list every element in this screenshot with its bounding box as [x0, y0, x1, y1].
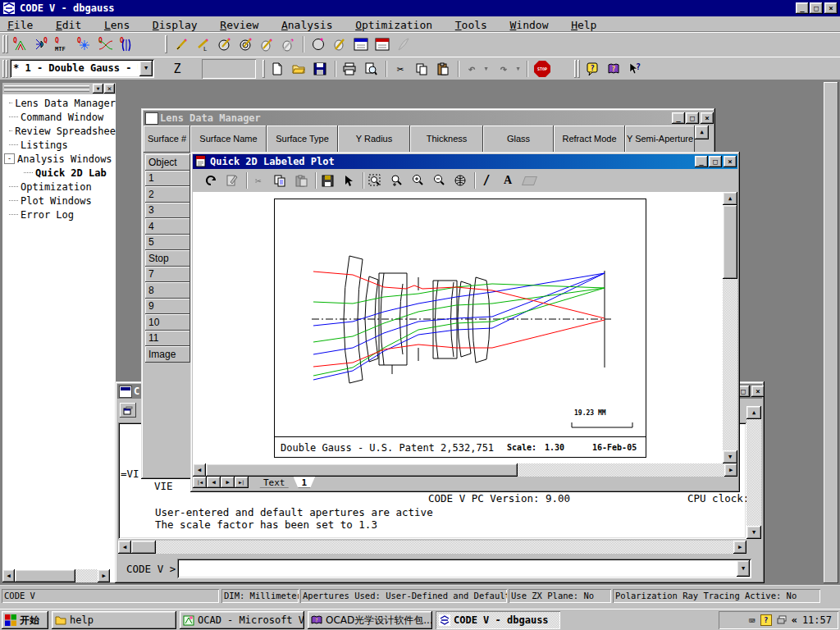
ldm-row-2[interactable]: 2 [145, 186, 190, 203]
undo-dropdown-icon[interactable]: ▼ [481, 59, 491, 79]
tree-item-error-log[interactable]: Error Log [2, 208, 116, 221]
menu-lens[interactable]: Lens [97, 18, 137, 32]
command-input-combobox[interactable]: ▼ [177, 559, 751, 578]
tree-item-lens-data-manager[interactable]: Lens Data Manager [2, 96, 116, 110]
zoom-window-icon[interactable] [387, 171, 405, 189]
plot-save-icon[interactable] [318, 171, 336, 189]
toolbar-gripper[interactable] [574, 60, 577, 78]
tray-collapse-icon[interactable]: « [792, 614, 797, 626]
tree-item-command-window[interactable]: Command Window [2, 110, 116, 124]
zoom-full-icon[interactable] [451, 171, 469, 189]
ldm-column-surface-number[interactable]: Surface # [144, 126, 190, 153]
ldm-column-surface-name[interactable]: Surface Name [190, 126, 267, 153]
toolbar-gripper[interactable] [262, 60, 265, 78]
next-page-button[interactable]: ▶ [221, 477, 235, 488]
taskbar-task-ocad-package[interactable]: ? OCAD光学设计软件包... [308, 611, 432, 629]
plot-properties-icon[interactable] [223, 171, 241, 189]
print-preview-icon[interactable] [361, 59, 381, 79]
scroll-right-button[interactable]: ▶ [733, 541, 746, 554]
toolbar-gripper[interactable] [6, 60, 8, 78]
lens-element-icon[interactable] [308, 34, 329, 55]
ldm-column-y-semi-aperture[interactable]: Y Semi-Aperture [625, 126, 695, 153]
zoom-region-icon[interactable] [366, 171, 384, 189]
menu-review[interactable]: Review [212, 18, 266, 32]
tree-item-plot-windows[interactable]: Plot Windows [2, 194, 116, 208]
lens-module-wand-icon-2[interactable] [235, 34, 257, 55]
line-tool-icon[interactable]: / [477, 171, 495, 189]
ldm-column-refract-mode[interactable]: Refract Mode [554, 126, 625, 153]
open-file-icon[interactable] [289, 59, 308, 79]
lens-selector-dropdown-button[interactable]: ▼ [139, 61, 153, 76]
tree-item-quick-2d-labeled[interactable]: Quick 2D Lab [2, 166, 116, 180]
menu-help[interactable]: Help [564, 18, 604, 32]
first-page-button[interactable]: |◀ [193, 477, 207, 488]
print-icon[interactable] [340, 59, 359, 79]
last-page-button[interactable]: ▶| [235, 477, 249, 488]
tray-help-icon[interactable]: ? [760, 614, 772, 626]
quick-mtf-icon[interactable]: QMTF [52, 34, 74, 55]
command-input-dropdown-button[interactable]: ▼ [737, 560, 750, 577]
scroll-thumb[interactable] [15, 569, 75, 582]
tray-display-icon[interactable] [777, 615, 787, 625]
taskbar-task-codev-active[interactable]: CODE V - dbgauss [436, 611, 560, 629]
ldm-row-7[interactable]: 7 [145, 267, 190, 283]
lens-module-wand-icon-1[interactable] [214, 34, 235, 55]
plot-cut-icon[interactable]: ✂ [249, 171, 267, 189]
tab-text[interactable]: Text [255, 477, 294, 488]
close-button[interactable]: × [824, 2, 838, 14]
command-horizontal-scrollbar[interactable]: ◀ ▶ [118, 541, 746, 554]
scroll-thumb[interactable] [131, 541, 156, 554]
ldm-scroll-up-button[interactable]: ▲ [695, 126, 709, 139]
window-sub-icon[interactable] [372, 34, 393, 55]
save-icon[interactable] [310, 59, 330, 79]
tree-panel-close-button[interactable]: × [104, 84, 115, 94]
tree-item-review-spreadsheet[interactable]: Review Spreadshee [2, 124, 116, 138]
quick-ray-aberration-icon[interactable]: Q [95, 34, 116, 55]
ldm-close-button[interactable]: × [701, 112, 714, 124]
zoom-position-button[interactable]: Z [167, 59, 187, 79]
surface-wand-icon-2[interactable] [278, 34, 299, 55]
keyboard-layout-icon[interactable]: ⌨ [749, 614, 756, 627]
quick-field-plot-icon[interactable]: Q [116, 34, 138, 55]
refresh-icon[interactable] [202, 171, 220, 189]
window-spreadsheet-icon[interactable] [350, 34, 372, 55]
scroll-down-button[interactable]: ▼ [723, 450, 737, 463]
ldm-row-object[interactable]: Object [145, 154, 190, 171]
copy-icon[interactable] [412, 59, 431, 79]
context-help-icon[interactable]: ? [625, 59, 645, 79]
quick-psf-icon[interactable]: Q [74, 34, 95, 55]
tree-item-listings[interactable]: Listings [2, 138, 116, 152]
ldm-row-1[interactable]: 1 [145, 171, 190, 187]
help-book-icon[interactable]: ? [604, 59, 623, 79]
plot-paste-icon[interactable] [292, 171, 310, 189]
ldm-row-11[interactable]: 11 [145, 331, 190, 347]
cut-icon[interactable]: ✂ [390, 59, 410, 79]
help-topics-icon[interactable]: ? [582, 59, 602, 79]
ldm-row-image[interactable]: Image [145, 346, 190, 363]
eraser-tool-icon[interactable] [520, 171, 538, 189]
command-window-icon[interactable] [119, 386, 132, 398]
scroll-left-button[interactable]: ◀ [118, 541, 131, 554]
scroll-up-button[interactable]: ▲ [723, 192, 737, 205]
lens-selector-combobox[interactable]: * 1 - Double Gauss - U.S. P ▼ [10, 59, 154, 78]
ldm-row-8[interactable]: 8 [145, 282, 190, 299]
undo-icon[interactable]: ↶ [463, 59, 481, 79]
ldm-column-glass[interactable]: Glass [483, 126, 554, 153]
command-vertical-scrollbar[interactable]: ▲ ▼ [746, 406, 761, 539]
menu-edit[interactable]: Edit [48, 18, 89, 32]
taskbar-clock[interactable]: 11:57 [802, 614, 832, 626]
plot-maximize-button[interactable]: □ [709, 156, 722, 167]
ldm-minimize-button[interactable]: _ [672, 112, 685, 124]
scroll-thumb[interactable] [723, 205, 737, 279]
new-file-icon[interactable] [267, 59, 287, 79]
redo-dropdown-icon[interactable]: ▼ [513, 59, 523, 79]
plot-horizontal-scrollbar[interactable]: ◀ ▶ [193, 463, 737, 477]
collapse-icon[interactable]: - [4, 153, 15, 164]
scroll-up-button[interactable]: ▲ [746, 406, 761, 419]
wand-lens-icon[interactable]: L [193, 34, 214, 55]
plot-vertical-scrollbar[interactable]: ▲ ▼ [723, 192, 737, 463]
scroll-right-button[interactable]: ▶ [724, 463, 737, 477]
plot-titlebar[interactable]: Quick 2D Labeled Plot _ □ × [193, 154, 737, 169]
toolbar-gripper[interactable] [165, 35, 167, 53]
toolbar-gripper[interactable] [2, 35, 5, 53]
